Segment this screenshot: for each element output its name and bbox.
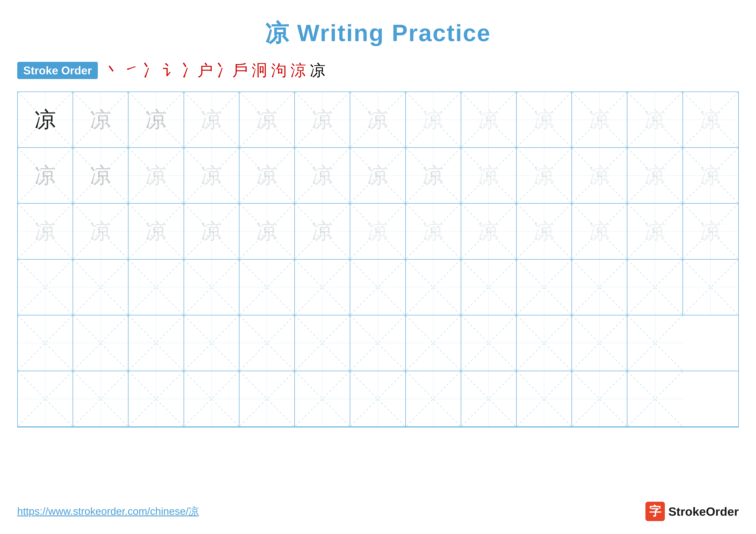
grid-cell[interactable]: [461, 260, 517, 315]
grid-cell[interactable]: 凉: [128, 148, 184, 203]
grid-cell[interactable]: 凉: [128, 92, 184, 147]
svg-line-139: [295, 371, 350, 426]
grid-cell[interactable]: [73, 315, 128, 371]
grid-cell[interactable]: [406, 260, 461, 315]
grid-cell[interactable]: 凉: [406, 148, 461, 203]
logo-text: StrokeOrder: [668, 504, 739, 519]
grid-cell[interactable]: [350, 315, 406, 371]
grid-cell[interactable]: 凉: [406, 92, 461, 147]
grid-cell[interactable]: [239, 260, 295, 315]
svg-line-123: [517, 315, 572, 371]
grid-cell[interactable]: [461, 315, 517, 371]
grid-cell[interactable]: 凉: [184, 204, 239, 259]
grid-cell[interactable]: [295, 315, 350, 371]
grid-cell[interactable]: 凉: [18, 92, 73, 147]
grid-cell[interactable]: 凉: [239, 204, 295, 259]
grid-cell[interactable]: 凉: [572, 92, 627, 147]
svg-line-102: [683, 260, 738, 315]
grid-cell[interactable]: 凉: [239, 92, 295, 147]
grid-cell[interactable]: 凉: [73, 204, 128, 259]
svg-line-144: [461, 371, 516, 426]
grid-cell[interactable]: 凉: [295, 92, 350, 147]
grid-cell[interactable]: 凉: [517, 148, 572, 203]
grid-cell[interactable]: [406, 371, 461, 426]
grid-cell[interactable]: 凉: [295, 148, 350, 203]
grid-cell[interactable]: [572, 315, 627, 371]
grid-cell[interactable]: 凉: [461, 148, 517, 203]
grid-cell[interactable]: [18, 260, 73, 315]
grid-cell[interactable]: 凉: [683, 92, 738, 147]
grid-cell[interactable]: 凉: [18, 204, 73, 259]
grid-cell[interactable]: [627, 371, 683, 426]
svg-line-104: [18, 315, 73, 371]
grid-row-4: [18, 260, 738, 315]
svg-line-78: [18, 260, 73, 315]
grid-cell[interactable]: [627, 260, 683, 315]
grid-cell[interactable]: 凉: [572, 204, 627, 259]
grid-cell[interactable]: [184, 371, 239, 426]
grid-cell[interactable]: 凉: [461, 204, 517, 259]
grid-cell[interactable]: 凉: [295, 204, 350, 259]
grid-cell[interactable]: 凉: [683, 204, 738, 259]
grid-cell[interactable]: [239, 315, 295, 371]
grid-cell[interactable]: [128, 260, 184, 315]
grid-cell[interactable]: [572, 371, 627, 426]
grid-cell[interactable]: [350, 260, 406, 315]
grid-cell[interactable]: 凉: [461, 92, 517, 147]
svg-line-147: [517, 371, 572, 426]
grid-cell[interactable]: [627, 315, 683, 371]
grid-cell[interactable]: 凉: [73, 148, 128, 203]
grid-cell[interactable]: [184, 315, 239, 371]
grid-cell[interactable]: 凉: [517, 92, 572, 147]
svg-line-87: [239, 260, 294, 315]
grid-cell[interactable]: 凉: [18, 148, 73, 203]
page-title: 凉 Writing Practice: [265, 17, 491, 49]
grid-cell[interactable]: [128, 371, 184, 426]
grid-cell[interactable]: [517, 260, 572, 315]
grid-row-5: [18, 315, 738, 371]
grid-cell[interactable]: [73, 260, 128, 315]
grid-cell[interactable]: 凉: [627, 92, 683, 147]
grid-cell[interactable]: 凉: [350, 92, 406, 147]
grid-cell[interactable]: [350, 371, 406, 426]
grid-cell[interactable]: [406, 315, 461, 371]
grid-cell[interactable]: [295, 371, 350, 426]
grid-cell[interactable]: [239, 371, 295, 426]
grid-cell[interactable]: 凉: [627, 148, 683, 203]
grid-cell[interactable]: [461, 371, 517, 426]
grid-cell[interactable]: 凉: [239, 148, 295, 203]
grid-cell[interactable]: [18, 315, 73, 371]
svg-line-146: [517, 371, 572, 426]
grid-cell[interactable]: [572, 260, 627, 315]
svg-line-109: [128, 315, 183, 371]
grid-cell[interactable]: 凉: [184, 148, 239, 203]
grid-cell[interactable]: 凉: [517, 204, 572, 259]
grid-cell[interactable]: [295, 260, 350, 315]
svg-line-93: [406, 260, 461, 315]
grid-cell[interactable]: 凉: [406, 204, 461, 259]
svg-line-99: [572, 260, 627, 315]
stroke-order-badge: Stroke Order: [17, 62, 98, 79]
grid-cell[interactable]: 凉: [572, 148, 627, 203]
grid-cell[interactable]: [184, 260, 239, 315]
grid-cell[interactable]: 凉: [350, 204, 406, 259]
svg-line-85: [184, 260, 239, 315]
grid-cell[interactable]: 凉: [73, 92, 128, 147]
grid-cell[interactable]: [517, 315, 572, 371]
grid-cell[interactable]: [73, 371, 128, 426]
svg-line-122: [517, 315, 572, 371]
grid-cell[interactable]: 凉: [128, 204, 184, 259]
grid-cell[interactable]: [517, 371, 572, 426]
grid-cell[interactable]: [683, 260, 738, 315]
grid-cell[interactable]: 凉: [683, 148, 738, 203]
grid-cell[interactable]: [18, 371, 73, 426]
grid-cell[interactable]: 凉: [627, 204, 683, 259]
svg-line-137: [239, 371, 294, 426]
footer-url-link[interactable]: https://www.strokeorder.com/chinese/凉: [17, 504, 199, 518]
grid-cell[interactable]: 凉: [184, 92, 239, 147]
svg-line-82: [128, 260, 183, 315]
svg-line-101: [627, 260, 682, 315]
grid-cell[interactable]: [128, 315, 184, 371]
grid-cell[interactable]: 凉: [350, 148, 406, 203]
svg-line-92: [406, 260, 461, 315]
